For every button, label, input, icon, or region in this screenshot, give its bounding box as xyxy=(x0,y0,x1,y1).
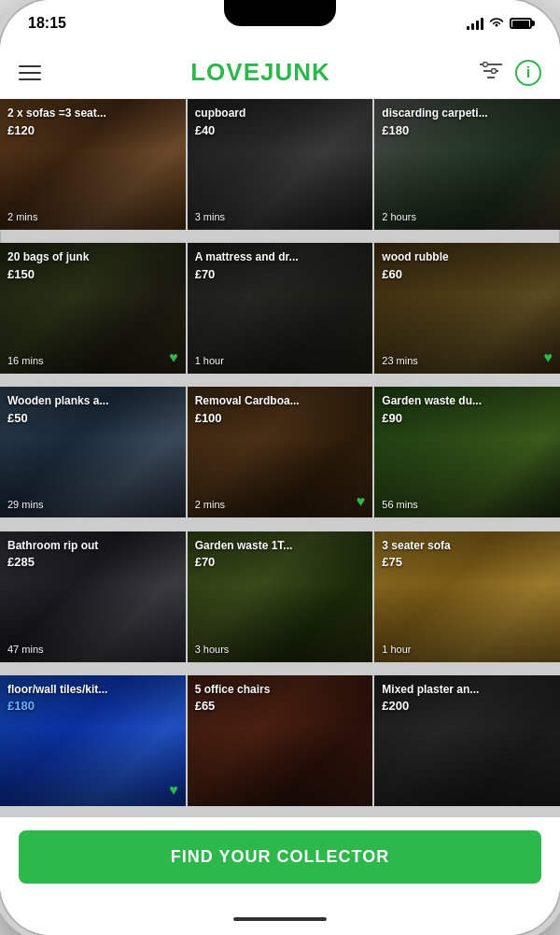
card-price: £120 xyxy=(7,123,178,137)
status-icons xyxy=(467,16,532,31)
listing-card[interactable]: cupboard£403 mins xyxy=(188,99,373,230)
card-time: 23 mins xyxy=(382,355,418,366)
app-header: LOVEJUNK i xyxy=(0,47,560,99)
card-price: £180 xyxy=(7,699,178,713)
find-collector-button[interactable]: FIND YOUR COLLECTOR xyxy=(19,830,541,884)
bottom-cta: FIND YOUR COLLECTOR xyxy=(0,817,560,902)
card-heart-icon[interactable]: ♥ xyxy=(357,493,366,510)
signal-icon xyxy=(467,17,483,30)
menu-button[interactable] xyxy=(19,65,41,80)
card-time: 2 mins xyxy=(195,499,225,510)
listing-card[interactable]: Removal Cardboa...£1002 mins♥ xyxy=(188,387,373,517)
card-time: 2 hours xyxy=(382,211,416,222)
listing-card[interactable]: wood rubble£6023 mins♥ xyxy=(374,243,560,374)
listing-card[interactable]: Bathroom rip out£28547 mins xyxy=(0,531,186,662)
listing-card[interactable]: Wooden planks a...£5029 mins xyxy=(0,387,186,517)
listing-card[interactable]: 3 seater sofa£751 hour xyxy=(374,531,560,662)
card-time: 56 mins xyxy=(382,499,418,510)
card-title: 2 x sofas =3 seat... xyxy=(7,106,178,121)
card-price: £180 xyxy=(382,123,553,137)
card-title: A mattress and dr... xyxy=(195,250,366,265)
svg-point-3 xyxy=(483,62,487,66)
card-price: £70 xyxy=(195,267,366,281)
card-price: £285 xyxy=(7,555,178,569)
card-title: cupboard xyxy=(195,106,366,121)
card-time: 29 mins xyxy=(7,499,44,510)
card-price: £40 xyxy=(195,123,366,137)
card-title: floor/wall tiles/kit... xyxy=(7,683,178,698)
card-title: Wooden planks a... xyxy=(7,394,178,409)
card-time: 2 mins xyxy=(7,211,37,222)
listing-card[interactable]: 5 office chairs£65 xyxy=(188,675,373,806)
card-title: wood rubble xyxy=(382,250,553,265)
info-button[interactable]: i xyxy=(515,60,541,86)
card-price: £90 xyxy=(382,411,553,425)
card-price: £60 xyxy=(382,267,553,281)
card-time: 47 mins xyxy=(7,644,44,655)
status-bar: 18:15 xyxy=(0,0,560,47)
card-price: £100 xyxy=(195,411,366,425)
listing-card[interactable]: discarding carpeti...£1802 hours xyxy=(374,99,560,230)
card-heart-icon[interactable]: ♥ xyxy=(169,349,178,366)
listing-card[interactable]: A mattress and dr...£701 hour xyxy=(188,243,373,374)
card-title: Garden waste du... xyxy=(382,394,553,409)
card-price: £65 xyxy=(195,699,366,713)
wifi-icon xyxy=(489,16,504,31)
card-heart-icon[interactable]: ♥ xyxy=(544,349,553,366)
phone-frame: 18:15 LOVEJUNK xyxy=(0,0,560,935)
card-time: 16 mins xyxy=(7,355,44,366)
battery-icon xyxy=(510,18,532,29)
card-title: 3 seater sofa xyxy=(382,539,553,554)
card-title: Removal Cardboa... xyxy=(195,394,366,409)
card-title: Bathroom rip out xyxy=(7,539,178,554)
card-time: 1 hour xyxy=(195,355,224,366)
filter-button[interactable] xyxy=(480,62,502,84)
card-time: 3 mins xyxy=(195,211,225,222)
listing-card[interactable]: Garden waste 1T...£703 hours xyxy=(188,531,373,662)
svg-point-4 xyxy=(491,68,496,73)
header-right: i xyxy=(480,60,541,86)
status-time: 18:15 xyxy=(28,15,66,32)
card-price: £70 xyxy=(195,555,366,569)
home-indicator xyxy=(233,917,327,921)
card-heart-icon[interactable]: ♥ xyxy=(169,782,178,799)
app-logo: LOVEJUNK xyxy=(190,58,330,87)
listings-grid: 2 x sofas =3 seat...£1202 minscupboard£4… xyxy=(0,99,560,817)
card-price: £200 xyxy=(382,699,553,713)
card-price: £50 xyxy=(7,411,178,425)
app-content: LOVEJUNK i 2 x sofas =3 seat...£1 xyxy=(0,47,560,902)
card-price: £150 xyxy=(7,267,178,281)
card-title: 20 bags of junk xyxy=(7,250,178,265)
listing-card[interactable]: 2 x sofas =3 seat...£1202 mins xyxy=(0,99,186,230)
listing-card[interactable]: floor/wall tiles/kit...£180♥ xyxy=(0,675,186,806)
card-title: 5 office chairs xyxy=(195,683,366,698)
notch xyxy=(224,0,336,26)
info-icon: i xyxy=(526,64,530,81)
card-time: 1 hour xyxy=(382,644,411,655)
card-price: £75 xyxy=(382,555,553,569)
card-time: 3 hours xyxy=(195,644,230,655)
phone-bottom-bar xyxy=(0,902,560,935)
listing-card[interactable]: 20 bags of junk£15016 mins♥ xyxy=(0,243,186,374)
card-title: Mixed plaster an... xyxy=(382,683,553,698)
card-title: Garden waste 1T... xyxy=(195,539,366,554)
filter-icon xyxy=(480,62,502,80)
listing-card[interactable]: Garden waste du...£9056 mins xyxy=(374,387,560,517)
listing-card[interactable]: Mixed plaster an...£200 xyxy=(374,675,560,806)
card-title: discarding carpeti... xyxy=(382,106,553,121)
